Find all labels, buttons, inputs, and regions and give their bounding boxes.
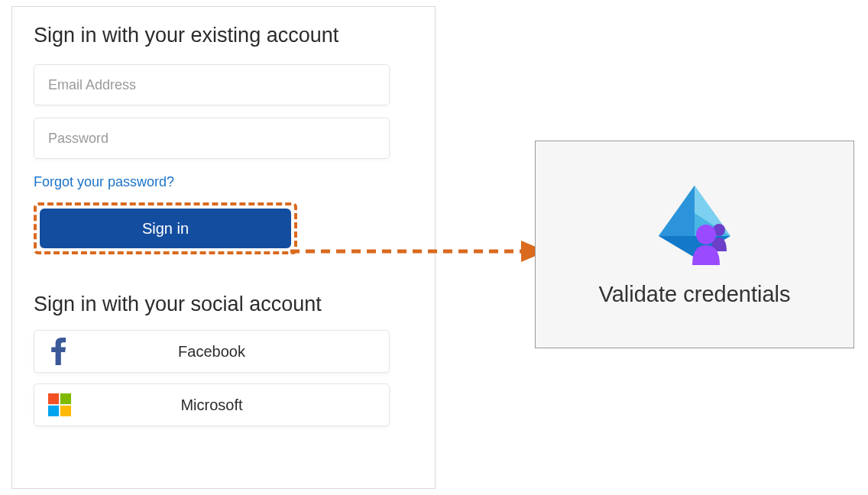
microsoft-icon — [47, 392, 73, 418]
svg-point-11 — [696, 225, 716, 244]
existing-account-title: Sign in with your existing account — [34, 24, 413, 47]
validate-credentials-box: Validate credentials — [535, 141, 854, 348]
social-account-title: Sign in with your social account — [34, 293, 413, 316]
signin-button-highlight: Sign in — [34, 202, 297, 254]
facebook-label: Facebook — [73, 343, 377, 361]
microsoft-signin-button[interactable]: Microsoft — [34, 383, 390, 426]
svg-rect-1 — [60, 393, 71, 404]
forgot-password-link[interactable]: Forgot your password? — [34, 174, 174, 190]
password-field[interactable] — [34, 118, 390, 159]
svg-rect-2 — [48, 406, 59, 416]
validate-credentials-label: Validate credentials — [599, 282, 791, 307]
facebook-icon — [47, 338, 73, 364]
svg-rect-0 — [48, 393, 59, 404]
validate-credentials-icon — [653, 183, 737, 265]
signin-panel: Sign in with your existing account Forgo… — [11, 6, 436, 489]
svg-rect-3 — [60, 406, 71, 416]
email-field[interactable] — [34, 64, 390, 105]
microsoft-label: Microsoft — [73, 396, 377, 414]
signin-button[interactable]: Sign in — [40, 209, 291, 248]
svg-marker-7 — [659, 186, 695, 236]
facebook-signin-button[interactable]: Facebook — [34, 330, 390, 373]
